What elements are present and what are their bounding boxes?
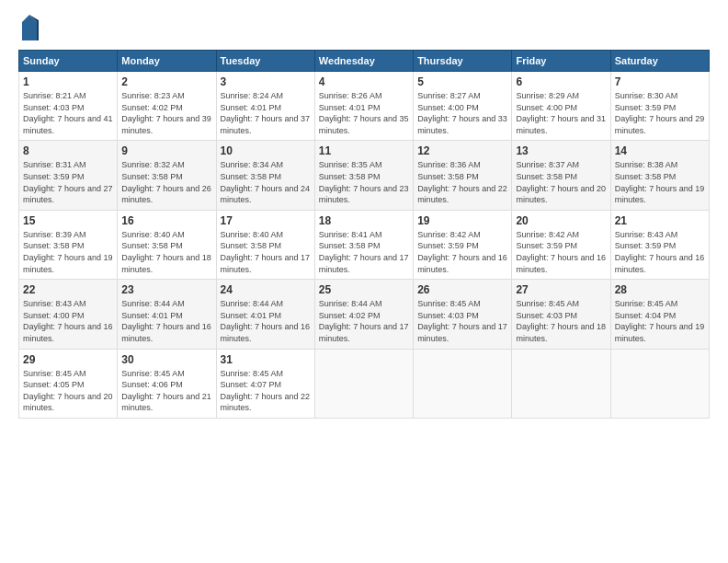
calendar-cell: 13 Sunrise: 8:37 AM Sunset: 3:58 PM Dayl… [512,141,610,210]
calendar-cell: 16 Sunrise: 8:40 AM Sunset: 3:58 PM Dayl… [118,210,216,279]
day-info: Sunrise: 8:30 AM Sunset: 3:59 PM Dayligh… [615,90,705,136]
calendar-cell: 28 Sunrise: 8:45 AM Sunset: 4:04 PM Dayl… [610,280,709,349]
calendar-cell: 27 Sunrise: 8:45 AM Sunset: 4:03 PM Dayl… [512,280,610,349]
calendar-cell [512,349,610,418]
day-number: 8 [23,144,113,157]
day-info: Sunrise: 8:21 AM Sunset: 4:03 PM Dayligh… [23,90,113,136]
day-info: Sunrise: 8:45 AM Sunset: 4:06 PM Dayligh… [121,368,211,414]
day-number: 4 [319,75,409,88]
day-number: 31 [221,353,311,366]
day-info: Sunrise: 8:36 AM Sunset: 3:58 PM Dayligh… [417,159,507,205]
day-number: 24 [221,283,311,296]
calendar-week-row: 1 Sunrise: 8:21 AM Sunset: 4:03 PM Dayli… [19,72,710,141]
day-info: Sunrise: 8:23 AM Sunset: 4:02 PM Dayligh… [121,90,211,136]
day-info: Sunrise: 8:45 AM Sunset: 4:04 PM Dayligh… [615,298,705,344]
day-info: Sunrise: 8:45 AM Sunset: 4:07 PM Dayligh… [221,368,311,414]
day-number: 7 [615,75,705,88]
weekday-header: Monday [118,51,216,72]
calendar-cell: 21 Sunrise: 8:43 AM Sunset: 3:59 PM Dayl… [610,210,709,279]
calendar-cell [610,349,709,418]
logo [18,15,39,40]
day-info: Sunrise: 8:40 AM Sunset: 3:58 PM Dayligh… [221,229,311,275]
calendar-cell: 6 Sunrise: 8:29 AM Sunset: 4:00 PM Dayli… [512,72,610,141]
calendar-cell [314,349,413,418]
weekday-header: Sunday [19,51,118,72]
weekday-header: Wednesday [314,51,413,72]
day-number: 12 [417,144,507,157]
page: SundayMondayTuesdayWednesdayThursdayFrid… [0,0,728,563]
calendar-cell: 4 Sunrise: 8:26 AM Sunset: 4:01 PM Dayli… [314,72,413,141]
calendar-week-row: 8 Sunrise: 8:31 AM Sunset: 3:59 PM Dayli… [19,141,710,210]
day-number: 2 [121,75,211,88]
calendar-cell [414,349,512,418]
calendar-cell: 8 Sunrise: 8:31 AM Sunset: 3:59 PM Dayli… [19,141,118,210]
day-info: Sunrise: 8:32 AM Sunset: 3:58 PM Dayligh… [121,159,211,205]
day-info: Sunrise: 8:43 AM Sunset: 4:00 PM Dayligh… [23,298,113,344]
day-number: 30 [121,353,211,366]
calendar-cell: 20 Sunrise: 8:42 AM Sunset: 3:59 PM Dayl… [512,210,610,279]
day-info: Sunrise: 8:44 AM Sunset: 4:01 PM Dayligh… [221,298,311,344]
calendar-cell: 14 Sunrise: 8:38 AM Sunset: 3:58 PM Dayl… [610,141,709,210]
day-info: Sunrise: 8:41 AM Sunset: 3:58 PM Dayligh… [319,229,409,275]
day-info: Sunrise: 8:42 AM Sunset: 3:59 PM Dayligh… [417,229,507,275]
day-info: Sunrise: 8:31 AM Sunset: 3:59 PM Dayligh… [23,159,113,205]
calendar-cell: 23 Sunrise: 8:44 AM Sunset: 4:01 PM Dayl… [118,280,216,349]
day-number: 1 [23,75,113,88]
day-number: 26 [417,283,507,296]
day-info: Sunrise: 8:34 AM Sunset: 3:58 PM Dayligh… [221,159,311,205]
day-number: 19 [417,214,507,227]
day-info: Sunrise: 8:37 AM Sunset: 3:58 PM Dayligh… [516,159,606,205]
calendar-cell: 7 Sunrise: 8:30 AM Sunset: 3:59 PM Dayli… [610,72,709,141]
day-info: Sunrise: 8:44 AM Sunset: 4:01 PM Dayligh… [121,298,211,344]
day-info: Sunrise: 8:45 AM Sunset: 4:03 PM Dayligh… [516,298,606,344]
weekday-header: Friday [512,51,610,72]
day-number: 15 [23,214,113,227]
calendar-cell: 24 Sunrise: 8:44 AM Sunset: 4:01 PM Dayl… [216,280,314,349]
day-number: 9 [121,144,211,157]
day-info: Sunrise: 8:38 AM Sunset: 3:58 PM Dayligh… [615,159,705,205]
calendar-week-row: 15 Sunrise: 8:39 AM Sunset: 3:58 PM Dayl… [19,210,710,279]
day-info: Sunrise: 8:45 AM Sunset: 4:03 PM Dayligh… [417,298,507,344]
day-number: 17 [221,214,311,227]
calendar-cell: 29 Sunrise: 8:45 AM Sunset: 4:05 PM Dayl… [19,349,118,418]
day-number: 10 [221,144,311,157]
calendar: SundayMondayTuesdayWednesdayThursdayFrid… [18,50,710,419]
weekday-header-row: SundayMondayTuesdayWednesdayThursdayFrid… [19,51,710,72]
calendar-cell: 9 Sunrise: 8:32 AM Sunset: 3:58 PM Dayli… [118,141,216,210]
calendar-cell: 3 Sunrise: 8:24 AM Sunset: 4:01 PM Dayli… [216,72,314,141]
calendar-cell: 25 Sunrise: 8:44 AM Sunset: 4:02 PM Dayl… [314,280,413,349]
weekday-header: Saturday [610,51,709,72]
day-number: 25 [319,283,409,296]
day-number: 14 [615,144,705,157]
calendar-cell: 18 Sunrise: 8:41 AM Sunset: 3:58 PM Dayl… [314,210,413,279]
weekday-header: Thursday [414,51,512,72]
day-number: 5 [417,75,507,88]
day-number: 21 [615,214,705,227]
day-info: Sunrise: 8:40 AM Sunset: 3:58 PM Dayligh… [121,229,211,275]
day-info: Sunrise: 8:35 AM Sunset: 3:58 PM Dayligh… [319,159,409,205]
calendar-week-row: 22 Sunrise: 8:43 AM Sunset: 4:00 PM Dayl… [19,280,710,349]
weekday-header: Tuesday [216,51,314,72]
calendar-cell: 15 Sunrise: 8:39 AM Sunset: 3:58 PM Dayl… [19,210,118,279]
calendar-cell: 5 Sunrise: 8:27 AM Sunset: 4:00 PM Dayli… [414,72,512,141]
day-info: Sunrise: 8:24 AM Sunset: 4:01 PM Dayligh… [221,90,311,136]
day-number: 29 [23,353,113,366]
calendar-cell: 26 Sunrise: 8:45 AM Sunset: 4:03 PM Dayl… [414,280,512,349]
day-number: 22 [23,283,113,296]
day-number: 13 [516,144,606,157]
calendar-cell: 10 Sunrise: 8:34 AM Sunset: 3:58 PM Dayl… [216,141,314,210]
day-info: Sunrise: 8:39 AM Sunset: 3:58 PM Dayligh… [23,229,113,275]
day-number: 16 [121,214,211,227]
calendar-cell: 1 Sunrise: 8:21 AM Sunset: 4:03 PM Dayli… [19,72,118,141]
calendar-cell: 30 Sunrise: 8:45 AM Sunset: 4:06 PM Dayl… [118,349,216,418]
calendar-week-row: 29 Sunrise: 8:45 AM Sunset: 4:05 PM Dayl… [19,349,710,418]
day-number: 3 [221,75,311,88]
day-number: 23 [121,283,211,296]
day-number: 27 [516,283,606,296]
day-number: 20 [516,214,606,227]
calendar-cell: 11 Sunrise: 8:35 AM Sunset: 3:58 PM Dayl… [314,141,413,210]
day-info: Sunrise: 8:27 AM Sunset: 4:00 PM Dayligh… [417,90,507,136]
day-info: Sunrise: 8:44 AM Sunset: 4:02 PM Dayligh… [319,298,409,344]
calendar-cell: 12 Sunrise: 8:36 AM Sunset: 3:58 PM Dayl… [414,141,512,210]
calendar-cell: 2 Sunrise: 8:23 AM Sunset: 4:02 PM Dayli… [118,72,216,141]
